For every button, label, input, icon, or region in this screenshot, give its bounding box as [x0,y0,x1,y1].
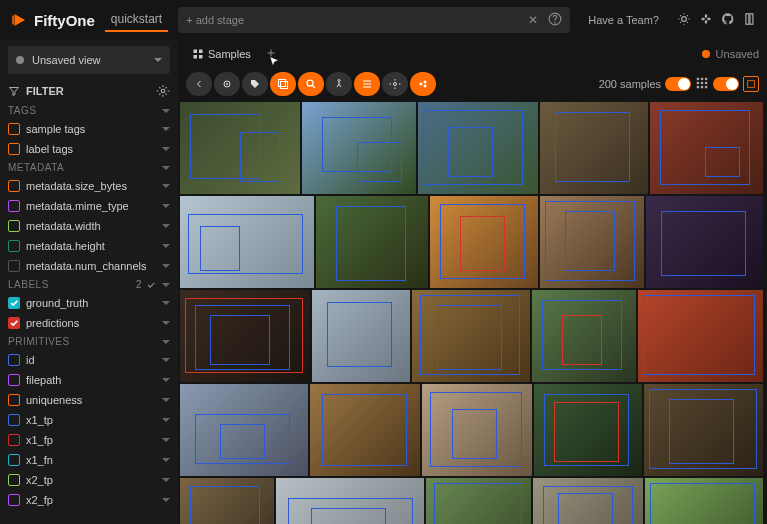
count-toggle[interactable] [665,77,691,91]
field-row[interactable]: x1_fn [0,450,178,470]
field-checkbox[interactable] [8,297,20,309]
field-row[interactable]: x1_tp [0,410,178,430]
field-checkbox[interactable] [8,180,20,192]
docs-icon[interactable] [743,12,757,29]
field-row[interactable]: label tags [0,139,178,159]
field-checkbox[interactable] [8,354,20,366]
section-header-primitives[interactable]: PRIMITIVES [0,333,178,350]
grid-size-icon[interactable] [695,76,709,93]
field-row[interactable]: x2_fp [0,490,178,510]
similarity-button[interactable] [326,72,352,96]
sample-thumbnail[interactable] [180,102,300,194]
field-row[interactable]: predictions [0,313,178,333]
tab-add-button[interactable] [265,47,277,62]
expand-button[interactable] [743,76,759,92]
view-selector[interactable]: Unsaved view [8,46,170,74]
field-checkbox[interactable] [8,220,20,232]
layout-toggle[interactable] [713,77,739,91]
field-row[interactable]: metadata.width [0,216,178,236]
field-checkbox[interactable] [8,317,20,329]
svg-rect-10 [194,50,198,54]
sample-thumbnail[interactable] [540,196,644,288]
sample-thumbnail[interactable] [650,102,763,194]
field-label: label tags [26,143,156,155]
detection-bbox [322,394,407,466]
logo[interactable]: FiftyOne [10,11,95,29]
sample-thumbnail[interactable] [180,290,310,382]
settings-button[interactable] [382,72,408,96]
field-row[interactable]: x2_tp [0,470,178,490]
section-header-labels[interactable]: LABELS2 [0,276,178,293]
tag-button[interactable] [242,72,268,96]
nav-back-button[interactable] [186,72,212,96]
sample-thumbnail[interactable] [312,290,410,382]
slack-icon[interactable] [699,12,713,29]
sample-thumbnail[interactable] [276,478,424,524]
patches-button[interactable] [270,72,296,96]
sample-thumbnail[interactable] [418,102,538,194]
gear-icon[interactable] [156,84,170,98]
field-checkbox[interactable] [8,454,20,466]
detection-bbox [650,483,755,524]
team-link[interactable]: Have a Team? [588,14,659,26]
sample-thumbnail[interactable] [302,102,416,194]
sample-thumbnail[interactable] [644,384,763,476]
sample-thumbnail[interactable] [422,384,532,476]
section-header-metadata[interactable]: METADATA [0,159,178,176]
field-row[interactable]: uniqueness [0,390,178,410]
field-row[interactable]: metadata.height [0,236,178,256]
field-checkbox[interactable] [8,414,20,426]
sample-thumbnail[interactable] [645,478,763,524]
field-label: x1_fn [26,454,156,466]
browse-button[interactable] [214,72,240,96]
section-header-tags[interactable]: TAGS [0,102,178,119]
help-icon[interactable] [548,12,562,29]
search-button[interactable] [298,72,324,96]
view-status-dot [16,56,24,64]
sample-thumbnail[interactable] [426,478,531,524]
plugins-button[interactable] [410,72,436,96]
sample-thumbnail[interactable] [533,478,643,524]
field-checkbox[interactable] [8,474,20,486]
brightness-icon[interactable] [677,12,691,29]
field-row[interactable]: id [0,350,178,370]
field-checkbox[interactable] [8,434,20,446]
sample-thumbnail[interactable] [180,384,308,476]
tab-samples[interactable]: Samples [186,44,257,64]
field-row[interactable]: metadata.mime_type [0,196,178,216]
svg-rect-8 [750,13,753,24]
field-checkbox[interactable] [8,394,20,406]
field-checkbox[interactable] [8,374,20,386]
field-checkbox[interactable] [8,260,20,272]
dataset-selector[interactable]: quickstart [105,8,168,32]
sample-grid[interactable] [178,100,767,524]
sample-thumbnail[interactable] [638,290,763,382]
sample-thumbnail[interactable] [180,478,274,524]
field-checkbox[interactable] [8,123,20,135]
field-row[interactable]: ground_truth [0,293,178,313]
add-stage-button[interactable]: + add stage [186,14,244,26]
field-checkbox[interactable] [8,494,20,506]
stage-bar[interactable]: + add stage ✕ [178,7,570,33]
list-button[interactable] [354,72,380,96]
sample-thumbnail[interactable] [646,196,763,288]
sample-thumbnail[interactable] [310,384,420,476]
field-row[interactable]: x1_fp [0,430,178,450]
field-row[interactable]: sample tags [0,119,178,139]
field-checkbox[interactable] [8,240,20,252]
github-icon[interactable] [721,12,735,29]
field-checkbox[interactable] [8,143,20,155]
unsaved-indicator: Unsaved [702,48,759,60]
field-checkbox[interactable] [8,200,20,212]
sample-thumbnail[interactable] [534,384,642,476]
sample-thumbnail[interactable] [540,102,648,194]
sample-thumbnail[interactable] [412,290,530,382]
sample-thumbnail[interactable] [532,290,636,382]
sample-thumbnail[interactable] [180,196,314,288]
field-row[interactable]: metadata.num_channels [0,256,178,276]
field-row[interactable]: metadata.size_bytes [0,176,178,196]
sample-thumbnail[interactable] [430,196,538,288]
clear-stages-icon[interactable]: ✕ [524,13,542,27]
field-row[interactable]: filepath [0,370,178,390]
sample-thumbnail[interactable] [316,196,428,288]
